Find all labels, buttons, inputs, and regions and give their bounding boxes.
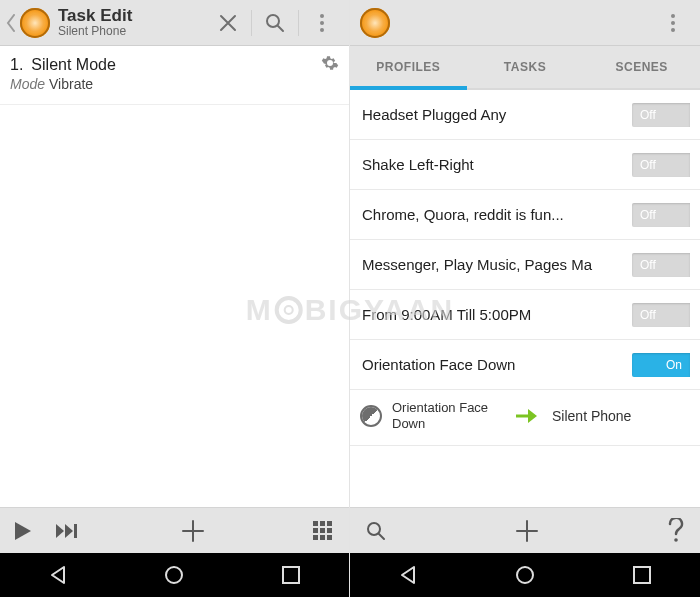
svg-rect-5: [313, 521, 318, 526]
svg-point-17: [671, 21, 675, 25]
arrow-right-icon: [512, 408, 542, 424]
toggle-label: Off: [640, 208, 656, 222]
profile-toggle[interactable]: On: [632, 353, 690, 377]
tasker-logo-icon: [360, 8, 390, 38]
search-icon[interactable]: [350, 508, 402, 554]
profile-row[interactable]: Chrome, Quora, reddit is fun... Off: [350, 190, 700, 240]
toggle-label: On: [666, 358, 682, 372]
left-bottom-toolbar: [0, 507, 349, 553]
profile-row[interactable]: Shake Left-Right Off: [350, 140, 700, 190]
tab-scenes[interactable]: SCENES: [583, 46, 700, 88]
nav-back-icon[interactable]: [373, 553, 443, 597]
svg-point-21: [517, 567, 533, 583]
search-icon[interactable]: [252, 0, 298, 46]
profile-row[interactable]: Orientation Face Down On: [350, 340, 700, 390]
play-icon[interactable]: [0, 508, 44, 554]
toggle-label: Off: [640, 258, 656, 272]
profile-toggle[interactable]: Off: [632, 303, 690, 327]
left-actionbar: Task Edit Silent Phone: [0, 0, 349, 46]
left-android-navbar: [0, 553, 349, 597]
help-icon[interactable]: [652, 508, 700, 554]
task-edit-content: 1. Silent Mode ModeVibrate: [0, 46, 349, 507]
step-icon[interactable]: [44, 508, 88, 554]
add-profile-icon[interactable]: [514, 508, 540, 554]
profiles-content: Headset Plugged Any Off Shake Left-Right…: [350, 90, 700, 507]
back-chevron-icon[interactable]: [4, 0, 18, 46]
svg-point-18: [671, 28, 675, 32]
task-action-name: Silent Mode: [31, 56, 116, 74]
svg-rect-22: [634, 567, 650, 583]
svg-rect-10: [327, 528, 332, 533]
task-param-label: Mode: [10, 76, 45, 92]
task-index: 1.: [10, 56, 23, 74]
grid-icon[interactable]: [297, 508, 349, 554]
tab-label: PROFILES: [376, 60, 440, 74]
svg-point-1: [320, 14, 324, 18]
header-title-block: Task Edit Silent Phone: [58, 7, 132, 39]
nav-recent-icon[interactable]: [607, 553, 677, 597]
nav-recent-icon[interactable]: [256, 553, 326, 597]
toggle-label: Off: [640, 108, 656, 122]
nav-home-icon[interactable]: [490, 553, 560, 597]
profile-row[interactable]: From 9:00AM Till 5:00PM Off: [350, 290, 700, 340]
svg-point-2: [320, 21, 324, 25]
profile-toggle[interactable]: Off: [632, 203, 690, 227]
tab-profiles[interactable]: PROFILES: [350, 46, 467, 88]
tab-label: SCENES: [616, 60, 668, 74]
svg-point-0: [267, 15, 279, 27]
gear-icon[interactable]: [321, 54, 339, 72]
svg-point-19: [368, 523, 380, 535]
profile-context-label: Orientation Face Down: [392, 400, 502, 431]
tabs: PROFILES TASKS SCENES: [350, 46, 700, 90]
svg-rect-8: [313, 528, 318, 533]
profile-expanded-row[interactable]: Orientation Face Down Silent Phone: [350, 390, 700, 446]
svg-rect-13: [327, 535, 332, 540]
svg-rect-6: [320, 521, 325, 526]
tab-label: TASKS: [504, 60, 546, 74]
profile-toggle[interactable]: Off: [632, 253, 690, 277]
task-param-value: Vibrate: [49, 76, 93, 92]
header-subtitle: Silent Phone: [58, 25, 132, 38]
profile-task-label: Silent Phone: [552, 408, 631, 424]
nav-home-icon[interactable]: [139, 553, 209, 597]
svg-point-14: [166, 567, 182, 583]
overflow-menu-icon[interactable]: [299, 0, 345, 46]
svg-rect-15: [283, 567, 299, 583]
profile-row[interactable]: Headset Plugged Any Off: [350, 90, 700, 140]
profile-toggle[interactable]: Off: [632, 103, 690, 127]
profile-row[interactable]: Messenger, Play Music, Pages Ma Off: [350, 240, 700, 290]
profile-label: Messenger, Play Music, Pages Ma: [362, 256, 632, 273]
nav-back-icon[interactable]: [23, 553, 93, 597]
toggle-label: Off: [640, 158, 656, 172]
profile-label: Headset Plugged Any: [362, 106, 632, 123]
svg-rect-9: [320, 528, 325, 533]
add-action-icon[interactable]: [180, 508, 206, 554]
profile-label: Shake Left-Right: [362, 156, 632, 173]
svg-rect-4: [74, 524, 77, 538]
tasker-logo-icon: [20, 8, 50, 38]
header-title: Task Edit: [58, 7, 132, 26]
svg-point-3: [320, 28, 324, 32]
right-bottom-toolbar: [350, 507, 700, 553]
profiles-list: Headset Plugged Any Off Shake Left-Right…: [350, 90, 700, 446]
right-actionbar: [350, 0, 700, 46]
svg-rect-12: [320, 535, 325, 540]
profile-label: Orientation Face Down: [362, 356, 632, 373]
close-icon[interactable]: [205, 0, 251, 46]
svg-rect-11: [313, 535, 318, 540]
toggle-label: Off: [640, 308, 656, 322]
overflow-menu-icon[interactable]: [650, 0, 696, 46]
profile-label: From 9:00AM Till 5:00PM: [362, 306, 632, 323]
tab-tasks[interactable]: TASKS: [467, 46, 584, 88]
task-action-row[interactable]: 1. Silent Mode ModeVibrate: [0, 46, 349, 105]
right-android-navbar: [350, 553, 700, 597]
profile-toggle[interactable]: Off: [632, 153, 690, 177]
svg-rect-7: [327, 521, 332, 526]
profile-label: Chrome, Quora, reddit is fun...: [362, 206, 632, 223]
orientation-icon: [360, 405, 382, 427]
svg-point-20: [674, 538, 678, 542]
svg-point-16: [671, 14, 675, 18]
